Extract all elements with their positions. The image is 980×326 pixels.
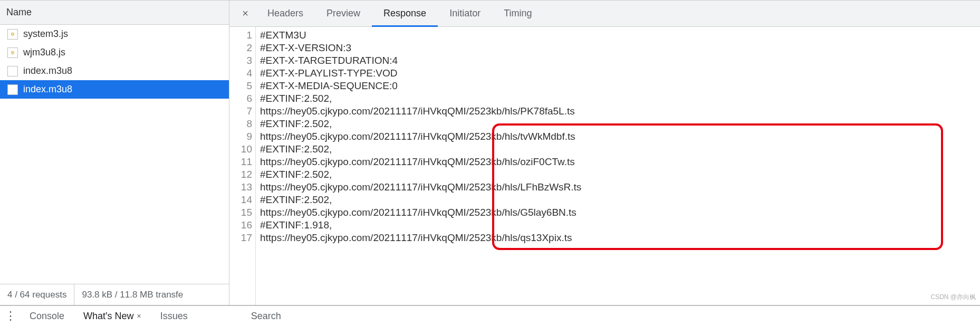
- line-number: 1: [229, 29, 252, 42]
- close-icon[interactable]: ×: [235, 7, 256, 20]
- line-number: 16: [229, 219, 252, 232]
- line-number: 10: [229, 143, 252, 156]
- line-number: 15: [229, 206, 252, 219]
- document-file-icon: [7, 66, 18, 76]
- line-number: 3: [229, 54, 252, 67]
- response-body[interactable]: 1234567891011121314151617 #EXTM3U#EXT-X-…: [229, 27, 980, 305]
- request-item-label: index.m3u8: [23, 65, 72, 76]
- request-item[interactable]: index.m3u8: [0, 80, 229, 99]
- code-line: https://hey05.cjkypo.com/20211117/iHVkqQ…: [260, 232, 980, 244]
- code-line: https://hey05.cjkypo.com/20211117/iHVkqQ…: [260, 206, 980, 219]
- code-line: #EXT-X-MEDIA-SEQUENCE:0: [260, 80, 980, 92]
- line-number: 12: [229, 168, 252, 181]
- request-item[interactable]: ⊙system3.js: [0, 25, 229, 43]
- request-count: 4 / 64 requests: [0, 284, 74, 305]
- code-line: https://hey05.cjkypo.com/20211117/iHVkqQ…: [260, 130, 980, 143]
- request-detail-panel: × HeadersPreviewResponseInitiatorTiming …: [229, 1, 980, 305]
- js-file-icon: ⊙: [7, 47, 18, 58]
- close-icon[interactable]: ×: [137, 312, 141, 320]
- line-number: 9: [229, 130, 252, 143]
- transfer-size: 93.8 kB / 11.8 MB transfe: [74, 284, 190, 305]
- line-number-gutter: 1234567891011121314151617: [229, 27, 256, 305]
- js-file-icon: ⊙: [7, 29, 18, 40]
- drawer-tab-label: Console: [30, 311, 64, 322]
- request-item[interactable]: index.m3u8: [0, 62, 229, 80]
- network-request-list-panel: Name ⊙system3.js⊙wjm3u8.jsindex.m3u8inde…: [0, 1, 229, 305]
- document-file-icon: [7, 84, 18, 95]
- code-line: #EXTINF:2.502,: [260, 168, 980, 181]
- request-item-label: system3.js: [23, 28, 68, 40]
- line-number: 14: [229, 194, 252, 206]
- line-number: 5: [229, 80, 252, 92]
- tab-response[interactable]: Response: [372, 1, 438, 26]
- drawer-tab-label: What's New: [83, 311, 133, 322]
- name-column-header[interactable]: Name: [0, 1, 229, 25]
- request-list: ⊙system3.js⊙wjm3u8.jsindex.m3u8index.m3u…: [0, 25, 229, 284]
- drawer-tab-console[interactable]: Console: [21, 311, 73, 322]
- code-line: #EXTINF:2.502,: [260, 118, 980, 130]
- request-item-label: index.m3u8: [23, 84, 72, 95]
- line-number: 7: [229, 105, 252, 118]
- more-icon[interactable]: ⋮: [0, 309, 21, 323]
- code-line: https://hey05.cjkypo.com/20211117/iHVkqQ…: [260, 105, 980, 118]
- line-number: 2: [229, 42, 252, 54]
- tab-timing[interactable]: Timing: [492, 1, 543, 26]
- code-line: #EXT-X-PLAYLIST-TYPE:VOD: [260, 67, 980, 80]
- drawer-tab-label: Issues: [160, 311, 188, 322]
- tab-headers[interactable]: Headers: [256, 1, 315, 26]
- watermark: CSDN @亦向枫: [930, 293, 976, 302]
- code-line: #EXTINF:2.502,: [260, 143, 980, 156]
- request-item[interactable]: ⊙wjm3u8.js: [0, 43, 229, 62]
- drawer-tab-bar: ⋮ ConsoleWhat's New×IssuesSearch: [0, 305, 980, 326]
- tab-preview[interactable]: Preview: [315, 1, 372, 26]
- detail-tab-bar: × HeadersPreviewResponseInitiatorTiming: [229, 1, 980, 27]
- line-number: 17: [229, 232, 252, 244]
- code-line: https://hey05.cjkypo.com/20211117/iHVkqQ…: [260, 156, 980, 168]
- line-number: 4: [229, 67, 252, 80]
- response-code[interactable]: #EXTM3U#EXT-X-VERSION:3#EXT-X-TARGETDURA…: [256, 27, 980, 305]
- tab-initiator[interactable]: Initiator: [438, 1, 492, 26]
- status-bar: 4 / 64 requests 93.8 kB / 11.8 MB transf…: [0, 284, 229, 305]
- drawer-tab-issues[interactable]: Issues: [152, 311, 196, 322]
- code-line: https://hey05.cjkypo.com/20211117/iHVkqQ…: [260, 181, 980, 194]
- code-line: #EXTM3U: [260, 29, 980, 42]
- line-number: 8: [229, 118, 252, 130]
- line-number: 11: [229, 156, 252, 168]
- code-line: #EXT-X-TARGETDURATION:4: [260, 54, 980, 67]
- code-line: #EXTINF:2.502,: [260, 194, 980, 206]
- code-line: #EXTINF:1.918,: [260, 219, 980, 232]
- code-line: #EXT-X-VERSION:3: [260, 42, 980, 54]
- drawer-tab-search[interactable]: Search: [243, 311, 290, 322]
- drawer-tab-label: Search: [251, 311, 281, 322]
- code-line: #EXTINF:2.502,: [260, 92, 980, 105]
- request-item-label: wjm3u8.js: [23, 47, 65, 58]
- drawer-tab-whatsnew[interactable]: What's New×: [75, 311, 150, 322]
- line-number: 13: [229, 181, 252, 194]
- line-number: 6: [229, 92, 252, 105]
